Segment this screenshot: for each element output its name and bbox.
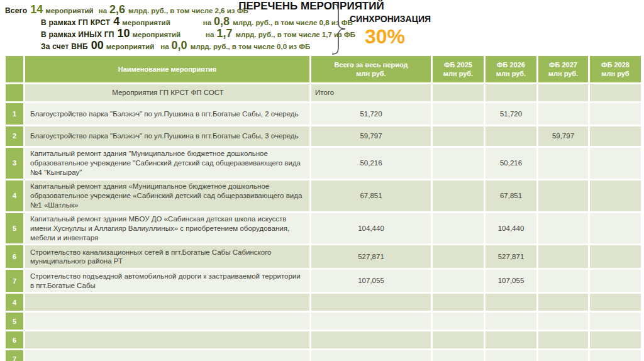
row-name: Благоустройство парка "Бэлэкэч" по ул.Пу… bbox=[25, 103, 309, 125]
page-title: ПЕРЕЧЕНЬ МЕРОПРИЯТИЙ bbox=[217, 0, 406, 13]
row-number bbox=[6, 84, 23, 101]
summary-unit: мероприятий bbox=[45, 7, 93, 14]
table-header-row: Наименование мероприятия Всего за весь п… bbox=[6, 56, 641, 82]
row-fb2026: 67,851 bbox=[486, 181, 536, 211]
row-total: 50,216 bbox=[311, 148, 431, 179]
row-total bbox=[311, 294, 431, 311]
summary-amount: 0,8 bbox=[214, 16, 230, 27]
summary-count: 4 bbox=[113, 16, 119, 27]
row-total-value: 67,851 bbox=[360, 192, 382, 199]
row-number: 2 bbox=[6, 126, 23, 146]
row-fb2025 bbox=[433, 331, 484, 348]
summary-prefix: на bbox=[203, 19, 211, 26]
column-sublabel: млн руб. bbox=[435, 69, 481, 78]
summary-unit: мероприятий bbox=[106, 43, 154, 50]
row-number: 4 bbox=[6, 294, 23, 311]
row-number: 6 bbox=[6, 245, 23, 268]
row-fb2025 bbox=[433, 270, 484, 292]
row-number: 4 bbox=[6, 181, 23, 211]
sync-value: 30% bbox=[350, 25, 420, 48]
column-sublabel: млн руб. bbox=[488, 69, 534, 78]
summary-label: За счет ВНБ bbox=[41, 42, 88, 51]
table-row: 5 bbox=[6, 313, 641, 330]
row-number: 5 bbox=[6, 313, 23, 330]
row-fb2025 bbox=[433, 213, 484, 244]
row-total bbox=[311, 331, 431, 348]
row-fb2026: 527,871 bbox=[486, 245, 536, 268]
summary-tail: млрд. руб., в том числе 0,0 из ФБ bbox=[191, 43, 311, 50]
summary-prefix: на bbox=[206, 31, 214, 38]
row-fb2026 bbox=[486, 331, 536, 348]
header-cell-fb2027: ФБ 2027 млн руб. bbox=[538, 56, 588, 82]
header-cell-fb2025: ФБ 2025 млн руб. bbox=[433, 56, 484, 82]
column-sublabel: млн руб. bbox=[541, 69, 586, 78]
row-fb2028 bbox=[590, 84, 641, 101]
row-fb2025 bbox=[433, 313, 484, 330]
row-number: 1 bbox=[6, 103, 23, 125]
summary-count: 00 bbox=[91, 40, 104, 51]
row-total-value: 527,871 bbox=[358, 253, 384, 260]
row-fb2025 bbox=[433, 294, 484, 311]
row-fb2028 bbox=[590, 213, 641, 244]
row-fb2028 bbox=[590, 103, 641, 125]
table-row: Мероприятия ГП КРСТ ФП СОСТ Итого bbox=[6, 84, 641, 101]
row-fb2025 bbox=[433, 103, 484, 125]
row-fb2028 bbox=[590, 270, 641, 292]
row-fb2027: 59,797 bbox=[538, 126, 588, 146]
summary-label: В рамках ГП КРСТ bbox=[41, 18, 110, 27]
row-fb2028 bbox=[590, 331, 641, 348]
table-row: 1 Благоустройство парка "Бэлэкэч" по ул.… bbox=[6, 103, 641, 125]
row-fb2026: 107,055 bbox=[486, 270, 536, 292]
summary-prefix: на bbox=[99, 7, 107, 14]
summary-prefix: на bbox=[160, 43, 169, 50]
row-total-value: Итого bbox=[315, 89, 334, 96]
row-fb2028 bbox=[590, 294, 641, 311]
row-name bbox=[25, 331, 309, 348]
row-total: 59,797 bbox=[311, 126, 431, 146]
row-fb2027 bbox=[538, 313, 588, 330]
header-cell-name: Наименование мероприятия bbox=[25, 56, 309, 82]
row-fb2026 bbox=[486, 126, 536, 146]
summary-label: Всего bbox=[5, 6, 27, 15]
column-label: Наименование мероприятия bbox=[28, 65, 307, 74]
row-total bbox=[311, 313, 431, 330]
row-fb2026: 51,720 bbox=[486, 103, 536, 125]
row-fb2027 bbox=[538, 331, 588, 348]
row-total: 107,055 bbox=[311, 270, 431, 292]
row-total-value: 50,216 bbox=[360, 159, 382, 167]
row-fb2027 bbox=[538, 245, 588, 268]
summary-amount: 0,0 bbox=[172, 40, 187, 51]
row-total-value: 107,055 bbox=[358, 277, 384, 284]
slide: Всего 14 мероприятий на 2,6 млрд. руб., … bbox=[0, 0, 644, 361]
row-total: 104,440 bbox=[311, 213, 431, 244]
row-name: Капитальный ремонт здания "Муниципальное… bbox=[25, 148, 309, 179]
header-cell-fb2028: ФБ 2028 млн руб bbox=[590, 56, 641, 82]
summary-amount: 1,7 bbox=[216, 28, 232, 39]
row-fb2025 bbox=[433, 245, 484, 268]
row-total: 67,851 bbox=[311, 181, 431, 211]
row-fb2026 bbox=[486, 313, 536, 330]
row-fb2028 bbox=[590, 181, 641, 211]
table-row: 2 Благоустройство парка "Бэлэкэч" по ул.… bbox=[6, 126, 641, 146]
row-fb2028 bbox=[590, 126, 641, 146]
summary-amount: 2,6 bbox=[109, 4, 125, 15]
row-fb2026 bbox=[486, 294, 536, 311]
table-body: Мероприятия ГП КРСТ ФП СОСТ Итого 1 Благ… bbox=[6, 84, 641, 361]
header-cell-total: Всего за весь период млн руб. bbox=[311, 56, 431, 82]
row-fb2025 bbox=[433, 148, 484, 179]
row-name bbox=[25, 294, 309, 311]
row-name: Благоустройство парка "Бэлэкэч" по ул.Пу… bbox=[25, 126, 309, 146]
table-row: 6 bbox=[6, 331, 641, 348]
row-fb2028 bbox=[590, 313, 641, 330]
row-total: Итого bbox=[311, 84, 431, 101]
table-row: 4 Капитальный ремонт здания «Муниципальн… bbox=[6, 181, 641, 211]
row-number: 6 bbox=[6, 331, 23, 348]
column-sublabel: млн руб. bbox=[314, 69, 428, 78]
row-fb2028 bbox=[590, 148, 641, 179]
column-label: ФБ 2027 bbox=[541, 60, 586, 69]
row-fb2027 bbox=[538, 350, 588, 361]
row-fb2027 bbox=[538, 84, 588, 101]
row-fb2025 bbox=[433, 350, 484, 361]
row-fb2025 bbox=[433, 126, 484, 146]
header-cell-fb2026: ФБ 2026 млн руб. bbox=[486, 56, 536, 82]
